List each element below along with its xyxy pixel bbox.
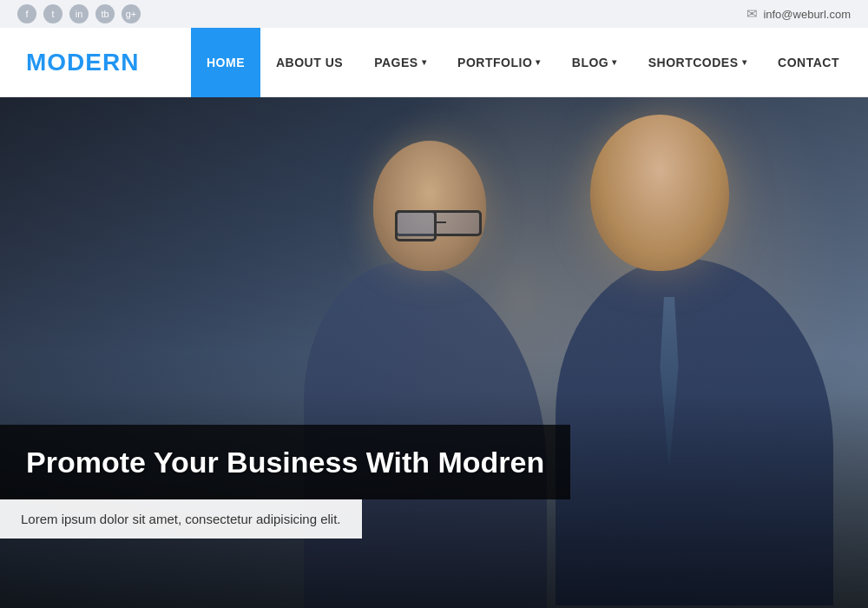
hero-section: Promote Your Business With Modren Lorem … [0,97,868,608]
email-icon: ✉ [746,6,758,22]
logo-colored-letter: M [26,49,47,76]
person1-glasses [395,210,482,236]
person1-head [373,141,486,271]
linkedin-icon[interactable]: in [69,4,89,23]
blog-arrow: ▾ [612,57,617,67]
nav-pages[interactable]: PAGES ▾ [358,28,442,97]
person2-head [590,115,729,271]
twitter-icon[interactable]: t [43,4,62,23]
logo-rest: ODERN [47,49,139,76]
hero-content: Promote Your Business With Modren Lorem … [0,425,868,539]
main-nav: HOME ABOUT US PAGES ▾ PORTFOLIO ▾ BLOG ▾… [191,28,868,96]
top-bar: f t in tb g+ ✉ info@weburl.com [0,0,868,28]
portfolio-arrow: ▾ [536,57,541,67]
shortcodes-arrow: ▾ [742,57,747,67]
nav-about[interactable]: ABOUT US [260,28,358,97]
pages-arrow: ▾ [422,57,427,67]
nav-blog[interactable]: BLOG ▾ [556,28,633,97]
hero-subtitle-box: Lorem ipsum dolor sit amet, consectetur … [0,499,362,539]
nav-portfolio[interactable]: PORTFOLIO ▾ [442,28,556,97]
tumblr-icon[interactable]: tb [95,4,115,23]
hero-title: Promote Your Business With Modren [26,444,544,481]
nav-shortcodes[interactable]: SHORTCODES ▾ [633,28,762,97]
hero-subtitle: Lorem ipsum dolor sit amet, consectetur … [21,512,341,526]
hero-title-box: Promote Your Business With Modren [0,425,570,500]
contact-info: ✉ info@weburl.com [746,6,851,22]
logo: MODERN [0,49,191,76]
nav-home[interactable]: HOME [191,28,260,97]
nav-contact[interactable]: CONTACT [762,28,855,97]
social-icons: f t in tb g+ [17,4,141,23]
facebook-icon[interactable]: f [17,4,36,23]
header: MODERN HOME ABOUT US PAGES ▾ PORTFOLIO ▾… [0,28,868,97]
googleplus-icon[interactable]: g+ [122,4,141,23]
email-address: info@weburl.com [763,8,851,21]
